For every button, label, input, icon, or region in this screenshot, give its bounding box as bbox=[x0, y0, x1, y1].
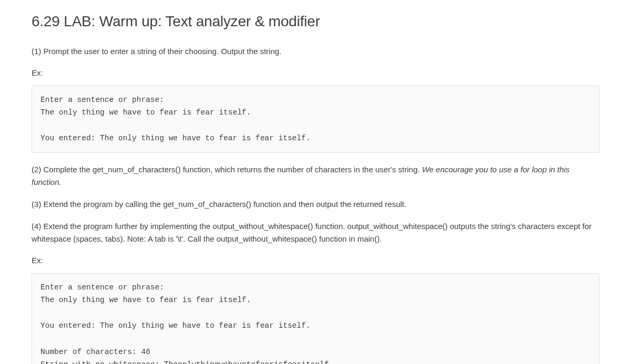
step-1-instruction: (1) Prompt the user to enter a string of… bbox=[32, 45, 599, 58]
step-2-text: (2) Complete the get_num_of_characters()… bbox=[32, 165, 422, 174]
step-4-instruction: (4) Extend the program further by implem… bbox=[32, 220, 599, 245]
step-3-instruction: (3) Extend the program by calling the ge… bbox=[32, 198, 599, 211]
step-2-instruction: (2) Complete the get_num_of_characters()… bbox=[32, 163, 599, 189]
example-1-code: Enter a sentence or phrase: The only thi… bbox=[32, 86, 599, 153]
example-2-label: Ex: bbox=[32, 255, 599, 267]
example-1-label: Ex: bbox=[32, 67, 599, 79]
example-2-code: Enter a sentence or phrase: The only thi… bbox=[32, 273, 599, 364]
lab-title: 6.29 LAB: Warm up: Text analyzer & modif… bbox=[32, 11, 599, 33]
